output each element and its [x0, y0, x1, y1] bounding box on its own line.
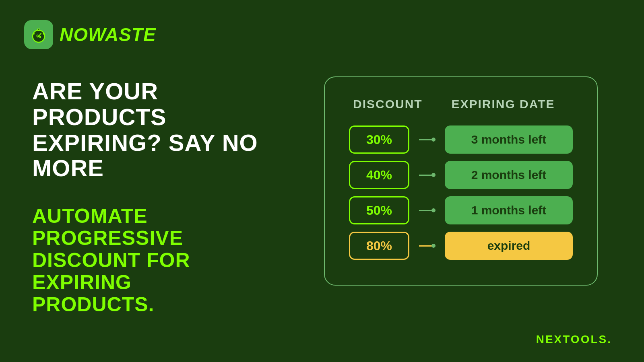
footer-brand: NEXTOOLS. [536, 333, 612, 346]
table-row: 30% 3 months left [349, 125, 573, 154]
logo-icon: % [24, 20, 53, 49]
col-date-header: EXPIRING DATE [433, 97, 573, 111]
expiry-pill-3months: 3 months left [445, 125, 573, 154]
table-row: 40% 2 months left [349, 161, 573, 189]
svg-point-4 [43, 33, 44, 35]
connector-line-1 [419, 139, 435, 140]
connector-line-3 [419, 210, 435, 211]
table-rows: 30% 3 months left 40% 2 months left 50% … [349, 125, 573, 260]
svg-point-6 [38, 35, 39, 37]
page-container: % NOWASTE ARE YOUR PRODUCTS EXPIRING? SA… [0, 0, 644, 362]
expiry-pill-2months: 2 months left [445, 161, 573, 189]
table-row: 50% 1 months left [349, 196, 573, 224]
headline-line2: EXPIRING? SAY NO MORE [32, 130, 294, 181]
subheadline-line1: AUTOMATE PROGRESSIVE [32, 205, 294, 249]
table-row-expired: 80% expired [349, 232, 573, 260]
right-panel: DISCOUNT EXPIRING DATE 30% 3 months left… [294, 76, 612, 286]
discount-badge-30: 30% [349, 125, 409, 154]
headline: ARE YOUR PRODUCTS EXPIRING? SAY NO MORE [32, 78, 294, 181]
svg-point-3 [33, 33, 35, 35]
subheadline: AUTOMATE PROGRESSIVE DISCOUNT FOR EXPIRI… [32, 205, 294, 316]
table-header: DISCOUNT EXPIRING DATE [349, 97, 573, 111]
discount-badge-50: 50% [349, 196, 409, 224]
connector-line-2 [419, 175, 435, 176]
expiry-pill-1month: 1 months left [445, 196, 573, 224]
headline-line1: ARE YOUR PRODUCTS [32, 78, 294, 130]
svg-rect-1 [37, 29, 40, 31]
subheadline-line2: DISCOUNT FOR EXPIRING [32, 249, 294, 294]
expiry-pill-expired: expired [445, 232, 573, 260]
logo-text: NOWASTE [60, 24, 156, 45]
discount-badge-40: 40% [349, 161, 409, 189]
logo-waste: WASTE [88, 24, 156, 45]
logo-no: NO [60, 24, 88, 45]
discount-card: DISCOUNT EXPIRING DATE 30% 3 months left… [324, 76, 598, 286]
col-discount-header: DISCOUNT [353, 97, 433, 111]
left-panel: ARE YOUR PRODUCTS EXPIRING? SAY NO MORE … [32, 46, 294, 316]
discount-badge-80: 80% [349, 232, 409, 260]
logo-area: % NOWASTE [24, 20, 156, 49]
connector-line-4 [419, 245, 435, 247]
subheadline-line3: PRODUCTS. [32, 294, 294, 316]
